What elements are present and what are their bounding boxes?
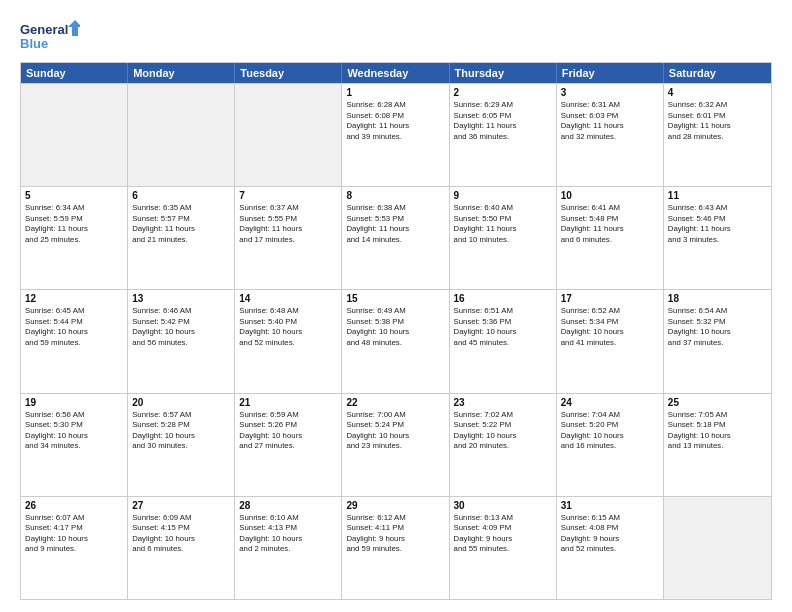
calendar-cell: 10Sunrise: 6:41 AM Sunset: 5:48 PM Dayli…: [557, 187, 664, 289]
cell-info: Sunrise: 6:29 AM Sunset: 6:05 PM Dayligh…: [454, 100, 552, 142]
calendar-header: SundayMondayTuesdayWednesdayThursdayFrid…: [21, 63, 771, 83]
cell-info: Sunrise: 6:49 AM Sunset: 5:38 PM Dayligh…: [346, 306, 444, 348]
svg-text:Blue: Blue: [20, 36, 48, 51]
calendar-cell: 1Sunrise: 6:28 AM Sunset: 6:08 PM Daylig…: [342, 84, 449, 186]
cell-info: Sunrise: 6:10 AM Sunset: 4:13 PM Dayligh…: [239, 513, 337, 555]
day-number: 23: [454, 397, 552, 408]
calendar-cell: 14Sunrise: 6:48 AM Sunset: 5:40 PM Dayli…: [235, 290, 342, 392]
calendar-cell: 20Sunrise: 6:57 AM Sunset: 5:28 PM Dayli…: [128, 394, 235, 496]
day-number: 12: [25, 293, 123, 304]
calendar-cell: 15Sunrise: 6:49 AM Sunset: 5:38 PM Dayli…: [342, 290, 449, 392]
cell-info: Sunrise: 6:40 AM Sunset: 5:50 PM Dayligh…: [454, 203, 552, 245]
day-number: 22: [346, 397, 444, 408]
cell-info: Sunrise: 7:00 AM Sunset: 5:24 PM Dayligh…: [346, 410, 444, 452]
day-header-monday: Monday: [128, 63, 235, 83]
calendar-cell: 24Sunrise: 7:04 AM Sunset: 5:20 PM Dayli…: [557, 394, 664, 496]
calendar-cell: 4Sunrise: 6:32 AM Sunset: 6:01 PM Daylig…: [664, 84, 771, 186]
calendar-cell: 28Sunrise: 6:10 AM Sunset: 4:13 PM Dayli…: [235, 497, 342, 599]
calendar-cell: 8Sunrise: 6:38 AM Sunset: 5:53 PM Daylig…: [342, 187, 449, 289]
calendar-cell: 17Sunrise: 6:52 AM Sunset: 5:34 PM Dayli…: [557, 290, 664, 392]
cell-info: Sunrise: 6:37 AM Sunset: 5:55 PM Dayligh…: [239, 203, 337, 245]
day-header-friday: Friday: [557, 63, 664, 83]
cell-info: Sunrise: 6:59 AM Sunset: 5:26 PM Dayligh…: [239, 410, 337, 452]
cell-info: Sunrise: 6:57 AM Sunset: 5:28 PM Dayligh…: [132, 410, 230, 452]
day-number: 24: [561, 397, 659, 408]
cell-info: Sunrise: 6:32 AM Sunset: 6:01 PM Dayligh…: [668, 100, 767, 142]
logo-svg: General Blue: [20, 18, 80, 54]
day-number: 17: [561, 293, 659, 304]
cell-info: Sunrise: 6:46 AM Sunset: 5:42 PM Dayligh…: [132, 306, 230, 348]
svg-text:General: General: [20, 22, 68, 37]
day-number: 8: [346, 190, 444, 201]
day-header-thursday: Thursday: [450, 63, 557, 83]
cell-info: Sunrise: 6:54 AM Sunset: 5:32 PM Dayligh…: [668, 306, 767, 348]
cell-info: Sunrise: 6:48 AM Sunset: 5:40 PM Dayligh…: [239, 306, 337, 348]
day-number: 25: [668, 397, 767, 408]
day-number: 4: [668, 87, 767, 98]
calendar-cell: 9Sunrise: 6:40 AM Sunset: 5:50 PM Daylig…: [450, 187, 557, 289]
calendar-cell: 16Sunrise: 6:51 AM Sunset: 5:36 PM Dayli…: [450, 290, 557, 392]
day-number: 11: [668, 190, 767, 201]
calendar-cell: 2Sunrise: 6:29 AM Sunset: 6:05 PM Daylig…: [450, 84, 557, 186]
cell-info: Sunrise: 6:38 AM Sunset: 5:53 PM Dayligh…: [346, 203, 444, 245]
calendar-cell: 23Sunrise: 7:02 AM Sunset: 5:22 PM Dayli…: [450, 394, 557, 496]
calendar-cell: 31Sunrise: 6:15 AM Sunset: 4:08 PM Dayli…: [557, 497, 664, 599]
cell-info: Sunrise: 6:56 AM Sunset: 5:30 PM Dayligh…: [25, 410, 123, 452]
calendar-cell: 30Sunrise: 6:13 AM Sunset: 4:09 PM Dayli…: [450, 497, 557, 599]
cell-info: Sunrise: 6:52 AM Sunset: 5:34 PM Dayligh…: [561, 306, 659, 348]
calendar-cell: 21Sunrise: 6:59 AM Sunset: 5:26 PM Dayli…: [235, 394, 342, 496]
cell-info: Sunrise: 7:04 AM Sunset: 5:20 PM Dayligh…: [561, 410, 659, 452]
day-number: 6: [132, 190, 230, 201]
day-number: 19: [25, 397, 123, 408]
day-number: 10: [561, 190, 659, 201]
calendar-cell: 27Sunrise: 6:09 AM Sunset: 4:15 PM Dayli…: [128, 497, 235, 599]
day-number: 29: [346, 500, 444, 511]
day-number: 2: [454, 87, 552, 98]
calendar-row-3: 12Sunrise: 6:45 AM Sunset: 5:44 PM Dayli…: [21, 289, 771, 392]
cell-info: Sunrise: 6:09 AM Sunset: 4:15 PM Dayligh…: [132, 513, 230, 555]
cell-info: Sunrise: 6:13 AM Sunset: 4:09 PM Dayligh…: [454, 513, 552, 555]
day-number: 5: [25, 190, 123, 201]
day-number: 3: [561, 87, 659, 98]
day-number: 15: [346, 293, 444, 304]
calendar-cell: 22Sunrise: 7:00 AM Sunset: 5:24 PM Dayli…: [342, 394, 449, 496]
calendar-cell: [21, 84, 128, 186]
cell-info: Sunrise: 6:45 AM Sunset: 5:44 PM Dayligh…: [25, 306, 123, 348]
day-number: 16: [454, 293, 552, 304]
calendar-cell: [664, 497, 771, 599]
day-number: 30: [454, 500, 552, 511]
day-number: 9: [454, 190, 552, 201]
day-header-wednesday: Wednesday: [342, 63, 449, 83]
day-number: 28: [239, 500, 337, 511]
day-header-tuesday: Tuesday: [235, 63, 342, 83]
cell-info: Sunrise: 6:28 AM Sunset: 6:08 PM Dayligh…: [346, 100, 444, 142]
calendar-cell: [235, 84, 342, 186]
day-number: 18: [668, 293, 767, 304]
cell-info: Sunrise: 6:43 AM Sunset: 5:46 PM Dayligh…: [668, 203, 767, 245]
calendar: SundayMondayTuesdayWednesdayThursdayFrid…: [20, 62, 772, 600]
cell-info: Sunrise: 6:15 AM Sunset: 4:08 PM Dayligh…: [561, 513, 659, 555]
cell-info: Sunrise: 6:51 AM Sunset: 5:36 PM Dayligh…: [454, 306, 552, 348]
calendar-row-5: 26Sunrise: 6:07 AM Sunset: 4:17 PM Dayli…: [21, 496, 771, 599]
logo: General Blue: [20, 18, 80, 54]
day-number: 27: [132, 500, 230, 511]
cell-info: Sunrise: 6:12 AM Sunset: 4:11 PM Dayligh…: [346, 513, 444, 555]
calendar-row-4: 19Sunrise: 6:56 AM Sunset: 5:30 PM Dayli…: [21, 393, 771, 496]
calendar-cell: 13Sunrise: 6:46 AM Sunset: 5:42 PM Dayli…: [128, 290, 235, 392]
calendar-cell: 25Sunrise: 7:05 AM Sunset: 5:18 PM Dayli…: [664, 394, 771, 496]
calendar-cell: 26Sunrise: 6:07 AM Sunset: 4:17 PM Dayli…: [21, 497, 128, 599]
cell-info: Sunrise: 7:02 AM Sunset: 5:22 PM Dayligh…: [454, 410, 552, 452]
calendar-cell: 5Sunrise: 6:34 AM Sunset: 5:59 PM Daylig…: [21, 187, 128, 289]
day-header-sunday: Sunday: [21, 63, 128, 83]
calendar-cell: 11Sunrise: 6:43 AM Sunset: 5:46 PM Dayli…: [664, 187, 771, 289]
calendar-body: 1Sunrise: 6:28 AM Sunset: 6:08 PM Daylig…: [21, 83, 771, 599]
cell-info: Sunrise: 6:41 AM Sunset: 5:48 PM Dayligh…: [561, 203, 659, 245]
day-number: 13: [132, 293, 230, 304]
page: General Blue SundayMondayTuesdayWednesda…: [0, 0, 792, 612]
calendar-cell: 12Sunrise: 6:45 AM Sunset: 5:44 PM Dayli…: [21, 290, 128, 392]
day-number: 14: [239, 293, 337, 304]
svg-marker-2: [68, 20, 80, 36]
calendar-cell: 19Sunrise: 6:56 AM Sunset: 5:30 PM Dayli…: [21, 394, 128, 496]
day-number: 31: [561, 500, 659, 511]
day-header-saturday: Saturday: [664, 63, 771, 83]
